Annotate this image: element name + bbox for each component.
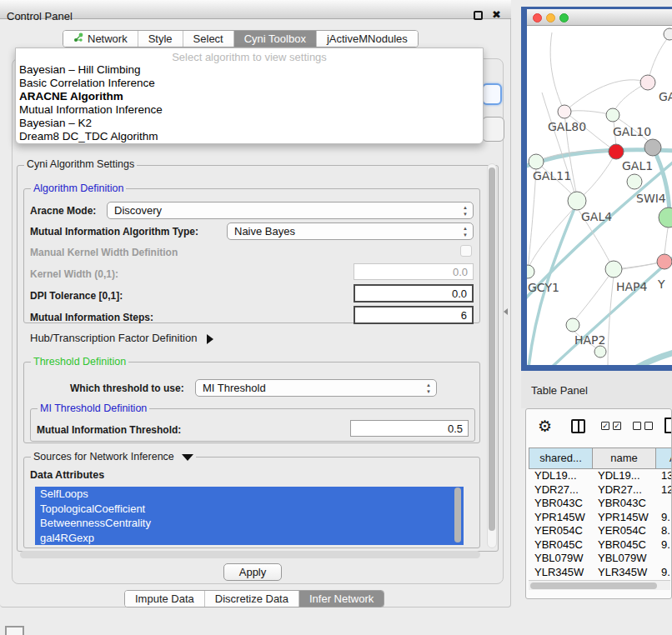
zoom-traffic-icon[interactable]: [559, 13, 569, 22]
hidden-combo-fragment[interactable]: [482, 117, 504, 142]
table-row[interactable]: YPR145WYPR145W9.: [529, 511, 672, 525]
inference-algorithm-combo-fragment[interactable]: [482, 83, 502, 105]
tab-style[interactable]: Style: [138, 31, 183, 47]
close-traffic-icon[interactable]: [533, 13, 542, 22]
manual-kernel-checkbox[interactable]: [460, 245, 472, 257]
node-bottom-small[interactable]: [594, 346, 606, 358]
attr-item-topologicalcoefficient[interactable]: TopologicalCoefficient: [35, 502, 464, 517]
algo-item-bayesian-hill[interactable]: Bayesian – Hill Climbing: [16, 63, 483, 77]
column-header-shared[interactable]: shared...: [529, 448, 593, 469]
minimize-traffic-icon[interactable]: [546, 13, 555, 22]
tab-jactivemnodules[interactable]: jActiveMNodules: [317, 31, 418, 47]
dpi-tolerance-field[interactable]: 0.0: [354, 284, 474, 302]
node-gal10[interactable]: [606, 108, 619, 122]
tab-label: Discretize Data: [215, 592, 288, 605]
which-threshold-combo[interactable]: MI Threshold ▲▼: [195, 379, 437, 397]
network-canvas[interactable]: GAL GAL80 GAL10 GAL1 GAL11 SWI4 GAL4 GCY…: [527, 26, 672, 365]
table-row[interactable]: YLR345WYLR345W9.: [529, 566, 672, 580]
table-horizontal-scrollbar[interactable]: [529, 580, 670, 590]
network-titlebar[interactable]: [527, 9, 672, 26]
checked-checkbox-icon-1[interactable]: ✓: [601, 422, 609, 430]
unchecked-checkbox-icon-2[interactable]: [644, 422, 653, 430]
mi-threshold-field[interactable]: 0.5: [350, 420, 469, 437]
apply-button[interactable]: Apply: [223, 563, 282, 581]
split-columns-icon[interactable]: [571, 419, 585, 433]
algo-item-dream8[interactable]: Dream8 DC_TDC Algorithm: [16, 130, 483, 143]
table-row[interactable]: YBR045CYBR045C9.: [529, 538, 672, 552]
tab-impute-data[interactable]: Impute Data: [125, 591, 205, 607]
sources-title-toggle[interactable]: Sources for Network Inference: [31, 451, 196, 462]
network-graph: GAL GAL80 GAL10 GAL1 GAL11 SWI4 GAL4 GCY…: [527, 26, 672, 365]
sources-title: Sources for Network Inference: [33, 451, 174, 462]
table-row[interactable]: YER054CYER054C8.: [529, 524, 672, 538]
splitter-collapse-icon[interactable]: [504, 308, 508, 315]
column-header-partial[interactable]: A: [656, 448, 672, 469]
node-salmon[interactable]: [657, 254, 672, 269]
kernel-width-field[interactable]: 0.0: [354, 263, 474, 280]
algo-item-aracne[interactable]: ARACNE Algorithm: [16, 90, 483, 103]
unchecked-checkbox-icon-1[interactable]: [633, 422, 641, 430]
bottom-tabs: Impute Data Discretize Data Infer Networ…: [124, 590, 384, 608]
aracne-mode-combo[interactable]: Discovery ▲▼: [107, 202, 474, 219]
mi-steps-field[interactable]: 6: [354, 306, 474, 324]
cell-value: 12: [655, 483, 672, 498]
bottom-left-panel-icon[interactable]: [5, 626, 24, 635]
float-window-icon[interactable]: [474, 11, 483, 20]
tab-label: Select: [193, 32, 223, 45]
attr-item-selfloops[interactable]: SelfLoops: [35, 487, 464, 502]
node-partial-top[interactable]: [664, 28, 672, 40]
node-gal11[interactable]: [529, 154, 544, 169]
hub-section-toggle[interactable]: Hub/Transcription Factor Definition: [30, 332, 213, 344]
control-panel-titlebar: Control Panel ✖: [0, 0, 511, 19]
checked-checkbox-icon-2[interactable]: ✓: [613, 422, 621, 430]
tab-cyni-toolbox[interactable]: Cyni Toolbox: [234, 31, 317, 47]
algo-item-basic-correlation[interactable]: Basic Correlation Inference: [16, 77, 483, 90]
tab-discretize-data[interactable]: Discretize Data: [205, 591, 299, 607]
node-hap2[interactable]: [566, 318, 579, 332]
table-panel-header: Table Panel: [521, 371, 672, 408]
node-gal80[interactable]: [558, 105, 571, 118]
node-green-right[interactable]: [659, 208, 672, 228]
tab-label: Network: [88, 32, 128, 45]
table-row[interactable]: YBL079WYBL079W: [529, 552, 672, 566]
algo-item-mutual-information[interactable]: Mutual Information Inference: [16, 103, 483, 117]
combo-value: MI Threshold: [203, 382, 266, 394]
scrollbar-thumb[interactable]: [489, 168, 495, 531]
cell-value: [655, 552, 672, 566]
algo-item-bayesian-k2[interactable]: Bayesian – K2: [16, 117, 483, 130]
table-row[interactable]: YDR27...YDR27...12: [529, 483, 672, 498]
cell-name: YPR145W: [592, 511, 655, 525]
cell-shared: YBL079W: [529, 552, 592, 566]
node-gcy1[interactable]: [527, 265, 534, 278]
settings-vertical-scrollbar[interactable]: [487, 163, 497, 548]
node-gray[interactable]: [644, 139, 661, 156]
tab-infer-network[interactable]: Infer Network: [299, 591, 384, 607]
node-gal4[interactable]: [568, 192, 586, 210]
gear-icon[interactable]: ⚙: [538, 417, 552, 436]
data-attributes-list: SelfLoops TopologicalCoefficient Between…: [35, 487, 464, 545]
node-swi4[interactable]: [627, 174, 642, 189]
settings-horizontal-scrollbar[interactable]: [20, 551, 480, 558]
mi-threshold-label: Mutual Information Threshold:: [37, 424, 181, 436]
column-header-name[interactable]: name: [593, 448, 656, 469]
cell-value: 13: [655, 469, 672, 483]
tab-select[interactable]: Select: [183, 31, 234, 47]
attributes-scrollbar[interactable]: [454, 488, 461, 542]
tab-network[interactable]: Network: [63, 31, 138, 47]
cell-shared: YLR345W: [529, 566, 592, 580]
node-hap4[interactable]: [605, 261, 622, 278]
attr-item-gal4rgexp[interactable]: gal4RGexp: [35, 531, 464, 546]
attr-item-betweennesscentrality[interactable]: BetweennessCentrality: [35, 516, 464, 531]
close-icon[interactable]: ✖: [492, 8, 501, 21]
node-gal-partial[interactable]: [640, 75, 655, 90]
table-row[interactable]: YBR043CYBR043C: [529, 497, 672, 511]
document-icon[interactable]: [664, 418, 672, 433]
algorithm-dropdown-list: Select algorithm to view settings Bayesi…: [15, 48, 484, 144]
table-row[interactable]: YDL19...YDL19...13: [529, 469, 672, 483]
stepper-icon: ▲▼: [463, 204, 468, 218]
table-header-row: shared... name A: [529, 448, 672, 469]
kernel-width-label: Kernel Width (0,1):: [30, 268, 118, 280]
node-gal1-red[interactable]: [609, 144, 624, 159]
mi-type-combo[interactable]: Naive Bayes ▲▼: [227, 222, 474, 240]
scrollbar-thumb[interactable]: [530, 582, 657, 589]
